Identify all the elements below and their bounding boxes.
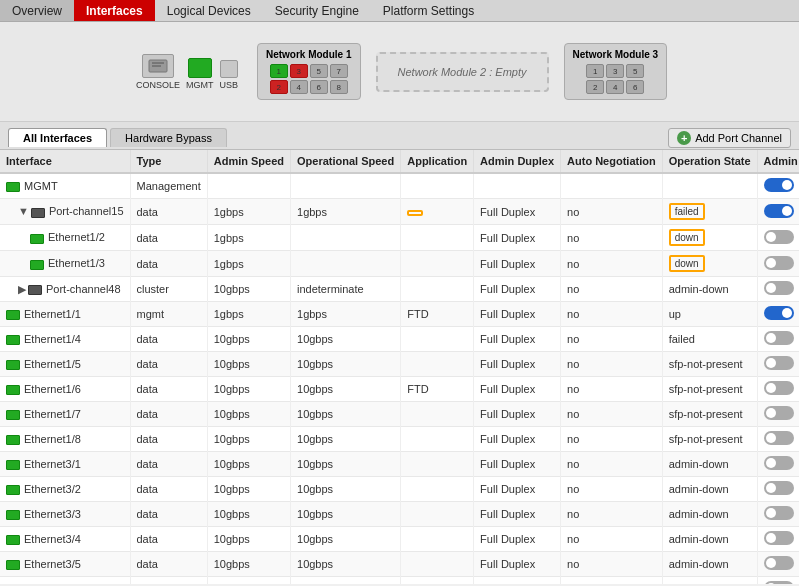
interface-name: Ethernet3/2 xyxy=(24,483,81,495)
status-badge: down xyxy=(669,255,705,272)
hardware-diagram: CONSOLE MGMT USB Network Module 1 1 3 5 … xyxy=(0,22,799,122)
cell-op-speed: 10gbps xyxy=(291,477,401,502)
toggle-off[interactable] xyxy=(764,531,794,545)
cell-admin-state xyxy=(757,277,799,302)
cell-interface-name: Ethernet1/3 xyxy=(0,251,130,277)
col-operation-state: Operation State xyxy=(662,150,757,173)
console-group: CONSOLE xyxy=(136,54,180,90)
cell-application xyxy=(401,225,474,251)
cell-op-state: up xyxy=(662,302,757,327)
cell-admin-speed: 10gbps xyxy=(207,352,290,377)
cell-application xyxy=(401,577,474,585)
expand-arrow[interactable]: ▶ xyxy=(18,283,26,296)
mgmt-port xyxy=(188,58,212,78)
cell-interface-name: Ethernet3/5 xyxy=(0,552,130,577)
toggle-off[interactable] xyxy=(764,281,794,295)
cell-type: data xyxy=(130,251,207,277)
toggle-off[interactable] xyxy=(764,381,794,395)
interface-name: Ethernet1/8 xyxy=(24,433,81,445)
toggle-on[interactable] xyxy=(764,204,794,218)
nav-logical-devices[interactable]: Logical Devices xyxy=(155,0,263,21)
tab-all-interfaces[interactable]: All Interfaces xyxy=(8,128,107,147)
mgmt-label: MGMT xyxy=(186,80,214,90)
module1-port-5: 5 xyxy=(310,64,328,78)
cell-application xyxy=(401,352,474,377)
module1-port-8: 8 xyxy=(330,80,348,94)
cell-application xyxy=(401,251,474,277)
table-row: Ethernet1/8data10gbps10gbpsFull Duplexno… xyxy=(0,427,799,452)
cell-type: data xyxy=(130,225,207,251)
toggle-off[interactable] xyxy=(764,556,794,570)
cell-type: data xyxy=(130,377,207,402)
toggle-off[interactable] xyxy=(764,456,794,470)
toggle-off[interactable] xyxy=(764,256,794,270)
console-port xyxy=(142,54,174,78)
toggle-on[interactable] xyxy=(764,178,794,192)
network-module-3: Network Module 3 1 3 5 2 4 6 xyxy=(564,43,668,100)
expand-arrow[interactable]: ▼ xyxy=(18,205,29,217)
cell-op-speed xyxy=(291,173,401,199)
cell-interface-name: Ethernet1/8 xyxy=(0,427,130,452)
cell-type: data xyxy=(130,577,207,585)
cell-op-state: admin-down xyxy=(662,527,757,552)
cell-op-state: admin-down xyxy=(662,577,757,585)
col-operational-speed: Operational Speed xyxy=(291,150,401,173)
eth-icon xyxy=(6,460,20,470)
table-row: Ethernet3/1data10gbps10gbpsFull Duplexno… xyxy=(0,452,799,477)
add-port-channel-button[interactable]: + Add Port Channel xyxy=(668,128,791,148)
module3-title: Network Module 3 xyxy=(573,49,659,60)
port-channel-icon xyxy=(28,285,42,295)
cell-admin-state xyxy=(757,327,799,352)
cell-op-speed: 10gbps xyxy=(291,327,401,352)
table-row: Ethernet3/5data10gbps10gbpsFull Duplexno… xyxy=(0,552,799,577)
cell-admin-state xyxy=(757,577,799,585)
cell-application xyxy=(401,552,474,577)
cell-type: data xyxy=(130,352,207,377)
nav-security-engine[interactable]: Security Engine xyxy=(263,0,371,21)
toggle-off[interactable] xyxy=(764,481,794,495)
interface-name: Ethernet3/4 xyxy=(24,533,81,545)
table-row: MGMTManagement xyxy=(0,173,799,199)
nav-overview[interactable]: Overview xyxy=(0,0,74,21)
nav-platform-settings[interactable]: Platform Settings xyxy=(371,0,486,21)
cell-interface-name: Ethernet1/4 xyxy=(0,327,130,352)
cell-op-speed: 10gbps xyxy=(291,427,401,452)
table-row: Ethernet1/2data1gbpsFull Duplexnodown✏ xyxy=(0,225,799,251)
module1-port-2: 2 xyxy=(270,80,288,94)
toggle-off[interactable] xyxy=(764,356,794,370)
cell-admin-speed: 1gbps xyxy=(207,251,290,277)
cell-admin-duplex: Full Duplex xyxy=(474,527,561,552)
module1-title: Network Module 1 xyxy=(266,49,352,60)
cell-admin-duplex: Full Duplex xyxy=(474,452,561,477)
cell-application xyxy=(401,327,474,352)
tab-hardware-bypass[interactable]: Hardware Bypass xyxy=(110,128,227,147)
toggle-off[interactable] xyxy=(764,581,794,584)
cell-op-state: down xyxy=(662,251,757,277)
cell-admin-duplex: Full Duplex xyxy=(474,277,561,302)
cell-admin-duplex: Full Duplex xyxy=(474,225,561,251)
toggle-off[interactable] xyxy=(764,230,794,244)
interface-name: Port-channel15 xyxy=(49,205,124,217)
toggle-off[interactable] xyxy=(764,331,794,345)
nav-interfaces[interactable]: Interfaces xyxy=(74,0,155,21)
cell-interface-name: Ethernet3/3 xyxy=(0,502,130,527)
toggle-off[interactable] xyxy=(764,506,794,520)
cell-application xyxy=(401,502,474,527)
cell-auto-neg: no xyxy=(561,477,663,502)
cell-op-state: sfp-not-present xyxy=(662,352,757,377)
cell-op-speed xyxy=(291,251,401,277)
cell-type: data xyxy=(130,327,207,352)
cell-type: mgmt xyxy=(130,302,207,327)
cell-op-speed: 10gbps xyxy=(291,527,401,552)
usb-label: USB xyxy=(219,80,238,90)
cell-application xyxy=(401,527,474,552)
cell-application: FTD xyxy=(401,377,474,402)
interface-name: Ethernet3/6 xyxy=(24,583,81,584)
tabs-area: All Interfaces Hardware Bypass + Add Por… xyxy=(0,122,799,150)
table-row: Ethernet1/1mgmt1gbps1gbpsFTDFull Duplexn… xyxy=(0,302,799,327)
toggle-on[interactable] xyxy=(764,306,794,320)
cell-admin-state xyxy=(757,173,799,199)
toggle-off[interactable] xyxy=(764,406,794,420)
cell-op-speed: 10gbps xyxy=(291,552,401,577)
toggle-off[interactable] xyxy=(764,431,794,445)
